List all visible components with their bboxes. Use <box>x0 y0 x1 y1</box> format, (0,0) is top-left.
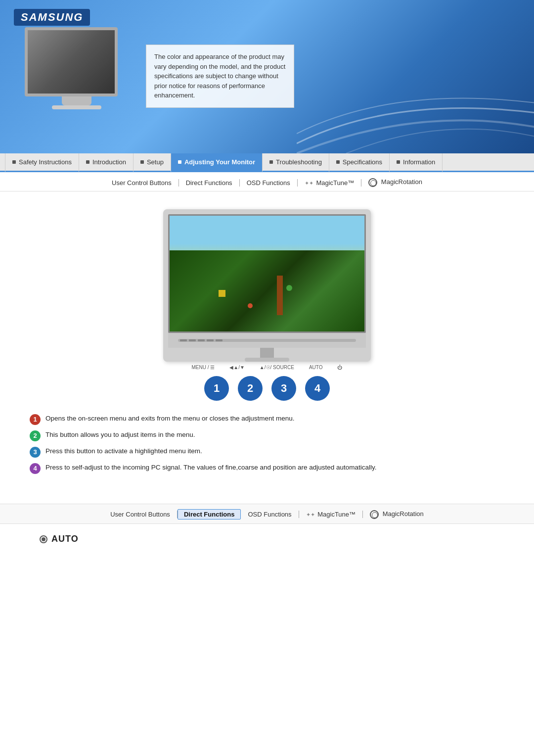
tab-introduction[interactable]: Introduction <box>79 153 134 172</box>
rotation-icon-bottom <box>370 510 379 519</box>
desc-text-2: This button allows you to adjust items i… <box>45 430 195 440</box>
ctrl-label-power: ⏻ <box>337 365 342 370</box>
tab-label: Troubleshooting <box>276 158 322 166</box>
tab-dot <box>86 160 89 164</box>
tab-label: Introduction <box>92 158 126 166</box>
tab-label: Adjusting Your Monitor <box>184 158 255 166</box>
bottom-sub-nav-label: User Control Buttons <box>110 511 170 518</box>
sub-nav-label: Direct Functions <box>186 179 232 187</box>
tab-dot <box>140 160 144 164</box>
tab-dot <box>12 160 16 164</box>
sub-nav: User Control Buttons Direct Functions OS… <box>0 172 534 191</box>
bottom-sub-nav-direct-functions[interactable]: Direct Functions <box>178 509 241 520</box>
monitor-diagram <box>163 209 371 362</box>
control-button-4[interactable]: 4 <box>305 376 330 401</box>
bottom-sub-nav-osd[interactable]: OSD Functions <box>241 511 299 518</box>
bottom-sub-nav-label: Direct Functions <box>184 511 235 518</box>
nav-tabs: Safety Instructions Introduction Setup A… <box>0 153 534 172</box>
garden-detail-3 <box>248 303 253 308</box>
bottom-sub-nav-label: MagicRotation <box>383 510 424 518</box>
desc-badge-2: 2 <box>30 430 41 441</box>
magictune-icon: ✦✦ <box>305 180 313 186</box>
auto-circle-icon <box>40 535 47 543</box>
sub-nav-direct-functions[interactable]: Direct Functions <box>179 179 240 187</box>
control-button-2[interactable]: 2 <box>238 376 263 401</box>
monitor-stand-neck <box>260 348 274 358</box>
desc-item-4: 4 Press to self-adjust to the incoming P… <box>30 463 504 474</box>
desc-item-1: 1 Opens the on-screen menu and exits fro… <box>30 414 504 425</box>
descriptions-list: 1 Opens the on-screen menu and exits fro… <box>30 414 504 474</box>
tab-dot <box>336 160 340 164</box>
desc-text-4: Press to self-adjust to the incoming PC … <box>45 463 377 472</box>
desc-badge-1: 1 <box>30 414 41 425</box>
ctrl-label-auto: AUTO <box>309 365 323 370</box>
sub-nav-magictune[interactable]: ✦✦ MagicTune™ <box>298 179 361 187</box>
rotation-icon <box>368 178 377 187</box>
monitor-diagram-container: MENU / ☰ ◀▲/▼ ▲/☉/ SOURCE AUTO ⏻ 1 2 3 4 <box>163 209 371 409</box>
tab-dot <box>178 160 181 164</box>
tab-dot <box>397 160 400 164</box>
tab-label: Setup <box>147 158 164 166</box>
monitor-diagram-wrap: MENU / ☰ ◀▲/▼ ▲/☉/ SOURCE AUTO ⏻ 1 2 3 4 <box>30 209 504 409</box>
monitor-illustration <box>25 27 129 116</box>
monitor-screen <box>168 214 366 333</box>
ctrl-label-menu: MENU / ☰ <box>192 365 215 370</box>
tab-label: Information <box>403 158 435 166</box>
auto-label: AUTO <box>40 534 494 544</box>
bottom-sub-nav-label: OSD Functions <box>248 511 291 518</box>
bottom-sub-nav-label: MagicTune™ <box>317 511 356 518</box>
desc-text-3: Press this button to activate a highligh… <box>45 446 202 456</box>
monitor-bezel-bottom <box>168 333 366 348</box>
tab-setup[interactable]: Setup <box>134 153 171 172</box>
control-text-labels: MENU / ☰ ◀▲/▼ ▲/☉/ SOURCE AUTO ⏻ <box>163 365 371 370</box>
sub-nav-magicrotation[interactable]: MagicRotation <box>361 178 429 187</box>
control-button-1[interactable]: 1 <box>204 376 229 401</box>
desc-item-3: 3 Press this button to activate a highli… <box>30 446 504 458</box>
tab-label: Specifications <box>343 158 382 166</box>
sub-nav-user-control-buttons[interactable]: User Control Buttons <box>105 179 179 187</box>
banner-text: The color and appearance of the product … <box>154 53 285 99</box>
monitor-btn-2 <box>189 339 196 341</box>
sub-nav-label: User Control Buttons <box>112 179 172 187</box>
desc-text-1: Opens the on-screen menu and exits from … <box>45 414 295 424</box>
tab-information[interactable]: Information <box>390 153 443 172</box>
ctrl-label-source: ▲/☉/ SOURCE <box>260 365 294 370</box>
tab-specifications[interactable]: Specifications <box>329 153 390 172</box>
control-button-3[interactable]: 3 <box>271 376 296 401</box>
garden-tree-trunk <box>277 276 283 315</box>
bottom-sub-nav: User Control Buttons Direct Functions OS… <box>0 504 534 524</box>
bottom-sub-nav-magictune[interactable]: ✦✦ MagicTune™ <box>299 511 363 518</box>
auto-section: AUTO <box>0 524 534 554</box>
sub-nav-label: MagicRotation <box>381 178 422 186</box>
ctrl-label-arrows: ◀▲/▼ <box>229 365 245 370</box>
monitor-btn-1 <box>180 339 187 341</box>
bottom-sub-nav-magicrotation[interactable]: MagicRotation <box>363 510 431 519</box>
monitor-btn-3 <box>198 339 205 341</box>
banner-text-box: The color and appearance of the product … <box>146 45 294 108</box>
sub-nav-label: MagicTune™ <box>316 179 354 187</box>
control-buttons-row: 1 2 3 4 <box>204 376 330 401</box>
tab-dot <box>269 160 273 164</box>
monitor-btn-5 <box>216 339 222 341</box>
garden-trees <box>170 250 364 331</box>
desc-badge-3: 3 <box>30 447 41 458</box>
tab-label: Safety Instructions <box>19 158 72 166</box>
main-content: MENU / ☰ ◀▲/▼ ▲/☉/ SOURCE AUTO ⏻ 1 2 3 4… <box>0 191 534 494</box>
magictune-icon-bottom: ✦✦ <box>306 512 315 518</box>
monitor-buttons-row <box>178 339 356 342</box>
tab-safety-instructions[interactable]: Safety Instructions <box>5 153 79 172</box>
monitor-stand-base <box>245 358 289 362</box>
decorative-swoosh <box>297 54 534 153</box>
garden-detail-1 <box>219 290 225 297</box>
desc-badge-4: 4 <box>30 463 41 474</box>
bottom-sub-nav-user-control[interactable]: User Control Buttons <box>103 511 178 518</box>
monitor-btn-4 <box>207 339 214 341</box>
sub-nav-label: OSD Functions <box>247 179 290 187</box>
tab-adjusting-monitor[interactable]: Adjusting Your Monitor <box>171 153 263 172</box>
auto-text: AUTO <box>51 534 79 544</box>
tab-troubleshooting[interactable]: Troubleshooting <box>263 153 329 172</box>
header-banner: SAMSUNG The color and appearance of the … <box>0 0 534 153</box>
samsung-logo: SAMSUNG <box>14 9 90 26</box>
desc-item-2: 2 This button allows you to adjust items… <box>30 430 504 441</box>
sub-nav-osd-functions[interactable]: OSD Functions <box>240 179 298 187</box>
